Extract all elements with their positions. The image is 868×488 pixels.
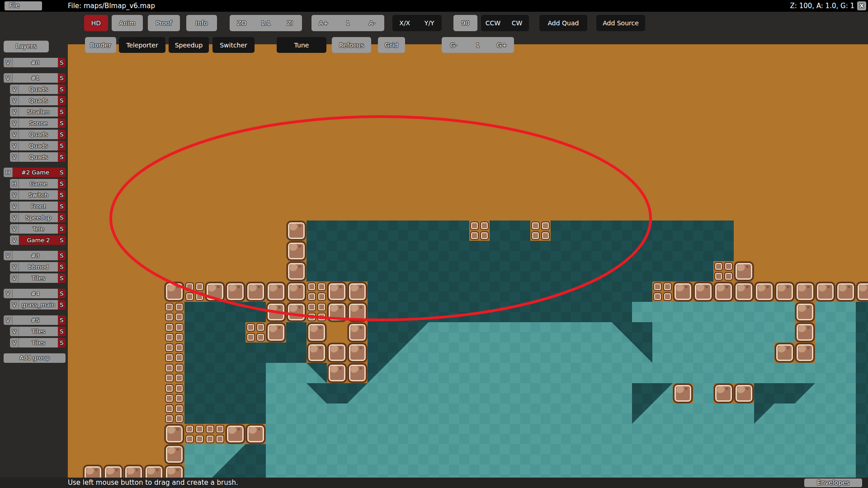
- envelopes-button[interactable]: Envelopes: [804, 479, 862, 487]
- visibility-toggle[interactable]: V: [10, 327, 19, 336]
- shadow-toggle[interactable]: S: [58, 179, 66, 188]
- layer-label[interactable]: #1: [13, 73, 58, 83]
- sidebar-group-row[interactable]: V#1S: [4, 73, 66, 83]
- shadow-toggle[interactable]: S: [58, 300, 66, 310]
- layer-label[interactable]: Quads: [19, 84, 58, 94]
- toolbar-button-1[interactable]: 1: [466, 37, 490, 53]
- shadow-toggle[interactable]: S: [58, 84, 66, 94]
- layer-label[interactable]: Sonne: [19, 118, 58, 128]
- layer-label[interactable]: #0: [13, 58, 58, 67]
- sidebar-layer-row[interactable]: VSpeedupS: [10, 213, 66, 222]
- shadow-toggle[interactable]: S: [58, 289, 66, 298]
- sidebar-layer-row[interactable]: VFrontS: [10, 202, 66, 211]
- sidebar-layer-row[interactable]: VQuadsS: [10, 96, 66, 105]
- visibility-toggle[interactable]: V: [4, 315, 13, 325]
- visibility-toggle[interactable]: V: [4, 289, 13, 298]
- sidebar-layer-row[interactable]: VQuadsS: [10, 84, 66, 94]
- layer-label[interactable]: Game: [19, 179, 58, 188]
- sidebar-layer-row[interactable]: VTilesS: [10, 273, 66, 283]
- layer-label[interactable]: Quads: [19, 141, 58, 150]
- shadow-toggle[interactable]: S: [58, 168, 66, 177]
- shadow-toggle[interactable]: S: [58, 130, 66, 139]
- toolbar-button-refocus[interactable]: Refocus: [332, 37, 371, 53]
- toolbar-button-g-[interactable]: G-: [442, 37, 466, 53]
- layer-label[interactable]: Switch: [19, 190, 58, 200]
- sidebar-layer-row[interactable]: VTilesS: [10, 327, 66, 336]
- visibility-toggle[interactable]: V: [4, 73, 13, 83]
- shadow-toggle[interactable]: S: [58, 190, 66, 200]
- shadow-toggle[interactable]: S: [58, 251, 66, 260]
- layer-label[interactable]: Tele: [19, 224, 58, 234]
- sidebar-layer-row[interactable]: HGameS: [10, 179, 66, 188]
- visibility-toggle[interactable]: V: [10, 262, 19, 272]
- visibility-toggle[interactable]: V: [10, 235, 19, 245]
- layer-label[interactable]: Tiles: [19, 327, 58, 336]
- sidebar-layer-row[interactable]: VQuadsS: [10, 130, 66, 139]
- toolbar-button-cw[interactable]: CW: [505, 15, 529, 31]
- toolbar-button-add-source[interactable]: Add Source: [596, 15, 645, 31]
- layer-label[interactable]: #4: [13, 289, 58, 298]
- add-group-button[interactable]: Add group: [4, 353, 66, 363]
- visibility-toggle[interactable]: V: [10, 190, 19, 200]
- shadow-toggle[interactable]: S: [58, 235, 66, 245]
- file-menu-button[interactable]: File: [5, 1, 42, 10]
- sidebar-layer-row[interactable]: VStrallenS: [10, 107, 66, 117]
- toolbar-button-anim[interactable]: Anim: [112, 15, 143, 31]
- shadow-toggle[interactable]: S: [58, 202, 66, 211]
- toolbar-button-tune[interactable]: Tune: [277, 37, 326, 53]
- toolbar-button-yy[interactable]: Y/Y: [417, 15, 442, 31]
- toolbar-button-a+[interactable]: A+: [311, 15, 336, 31]
- visibility-toggle[interactable]: V: [10, 118, 19, 128]
- sidebar-layer-row[interactable]: VTilesS: [10, 338, 66, 347]
- visibility-toggle[interactable]: V: [10, 107, 19, 117]
- shadow-toggle[interactable]: S: [58, 152, 66, 162]
- layer-label[interactable]: Tiles: [19, 273, 58, 283]
- layer-label[interactable]: Game 2: [19, 235, 58, 245]
- shadow-toggle[interactable]: S: [58, 141, 66, 150]
- visibility-toggle[interactable]: V: [10, 141, 19, 150]
- layer-label[interactable]: Quads: [19, 152, 58, 162]
- sidebar-layer-row[interactable]: VbbmodS: [10, 262, 66, 272]
- layer-label[interactable]: Tiles: [19, 338, 58, 347]
- toolbar-button-zi[interactable]: ZI: [278, 15, 302, 31]
- shadow-toggle[interactable]: S: [58, 96, 66, 105]
- layers-panel-header[interactable]: Layers: [4, 41, 49, 52]
- sidebar-group-row[interactable]: V#0S: [4, 58, 66, 67]
- close-icon[interactable]: X: [857, 1, 866, 10]
- visibility-toggle[interactable]: V: [10, 202, 19, 211]
- shadow-toggle[interactable]: S: [58, 327, 66, 336]
- sidebar-group-row[interactable]: H#2 GameS: [4, 168, 66, 177]
- toolbar-button-add-quad[interactable]: Add Quad: [539, 15, 587, 31]
- visibility-toggle[interactable]: V: [10, 273, 19, 283]
- sidebar-layer-row[interactable]: VSonneS: [10, 118, 66, 128]
- toolbar-button-g+[interactable]: G+: [490, 37, 514, 53]
- sidebar-layer-row[interactable]: VSwitchS: [10, 190, 66, 200]
- layer-label[interactable]: #3: [13, 251, 58, 260]
- toolbar-button-proof[interactable]: Proof: [148, 15, 180, 31]
- toolbar-button-1:1[interactable]: 1:1: [254, 15, 278, 31]
- visibility-toggle[interactable]: V: [4, 251, 13, 260]
- layer-label[interactable]: Quads: [19, 96, 58, 105]
- sidebar-layer-row[interactable]: VQuadsS: [10, 152, 66, 162]
- sidebar-layer-row[interactable]: VQuadsS: [10, 141, 66, 150]
- toolbar-button-a-[interactable]: A-: [360, 15, 384, 31]
- sidebar-group-row[interactable]: V#4S: [4, 289, 66, 298]
- toolbar-button-speedup[interactable]: Speedup: [169, 37, 209, 53]
- shadow-toggle[interactable]: S: [58, 58, 66, 67]
- toolbar-button-border[interactable]: Border: [85, 37, 116, 53]
- visibility-toggle[interactable]: V: [10, 96, 19, 105]
- toolbar-button-xx[interactable]: X/X: [392, 15, 417, 31]
- layer-label[interactable]: Strallen: [19, 107, 58, 117]
- toolbar-button-grid[interactable]: Grid: [378, 37, 405, 53]
- sidebar-layer-row[interactable]: VGame 2S: [10, 235, 66, 245]
- map-canvas[interactable]: [68, 44, 868, 478]
- sidebar-group-row[interactable]: V#5S: [4, 315, 66, 325]
- visibility-toggle[interactable]: V: [10, 224, 19, 234]
- visibility-toggle[interactable]: V: [10, 84, 19, 94]
- sidebar-layer-row[interactable]: Vgrass_mainS: [10, 300, 66, 310]
- shadow-toggle[interactable]: S: [58, 73, 66, 83]
- shadow-toggle[interactable]: S: [58, 273, 66, 283]
- layer-label[interactable]: Speedup: [19, 213, 58, 222]
- layer-label[interactable]: bbmod: [19, 262, 58, 272]
- toolbar-button-zo[interactable]: ZO: [230, 15, 254, 31]
